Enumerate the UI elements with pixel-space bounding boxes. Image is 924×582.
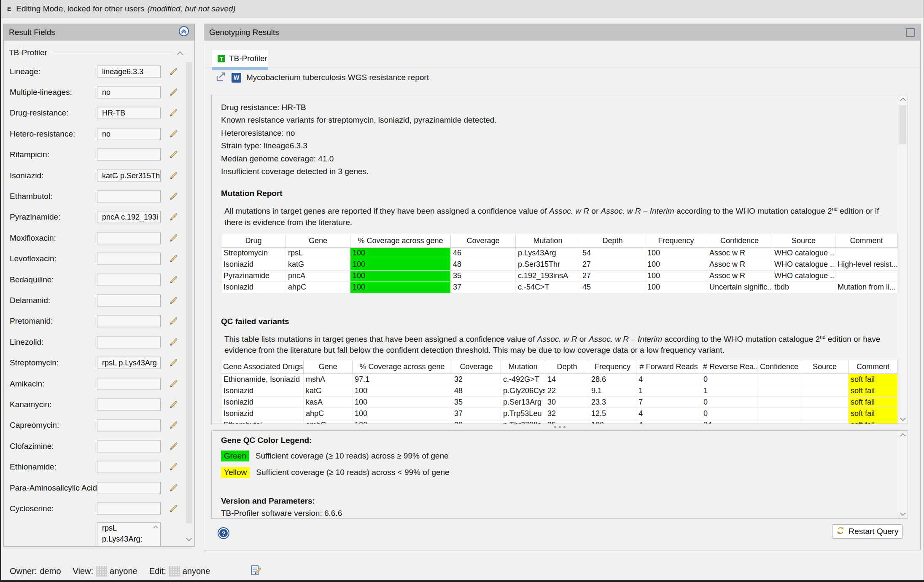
edit-pencil-icon[interactable]	[169, 171, 178, 180]
table-row[interactable]: Ethionamide, IsoniazidmshA97.132c.-492G>…	[221, 374, 898, 385]
column-header[interactable]: Comment	[835, 234, 898, 247]
field-input[interactable]	[97, 336, 161, 348]
field-input[interactable]: lineage6.3.3	[97, 65, 161, 78]
export-icon[interactable]	[216, 72, 226, 84]
edit-pencil-icon[interactable]	[169, 254, 178, 263]
edit-pencil-icon[interactable]	[169, 358, 178, 367]
mutations-textarea[interactable]: rpsLp.Lys43Arg:	[97, 522, 161, 547]
column-header[interactable]: Depth	[580, 234, 645, 247]
column-header[interactable]: Drug	[221, 234, 286, 247]
edit-pencil-icon[interactable]	[169, 150, 178, 159]
edit-pencil-icon[interactable]	[169, 442, 178, 451]
table-row[interactable]: IsoniazidahpC10037c.-54C>T45100Uncertain…	[221, 282, 898, 293]
scrollbar-up-button[interactable]	[898, 432, 908, 438]
edit-pencil-icon[interactable]	[169, 316, 178, 326]
field-input[interactable]	[97, 294, 161, 306]
group-collapse-chevron-icon[interactable]	[177, 48, 183, 57]
scrollbar-up-button[interactable]	[898, 96, 908, 103]
column-header[interactable]: Confidence	[707, 234, 772, 247]
edit-pencil-icon[interactable]	[169, 88, 178, 97]
field-label: Delamanid:	[10, 296, 50, 305]
edit-pencil-icon[interactable]	[169, 421, 178, 430]
scrollbar-down-button[interactable]	[898, 511, 908, 518]
edit-pencil-icon[interactable]	[169, 379, 178, 389]
field-input[interactable]	[97, 232, 161, 244]
tab-tb-profiler[interactable]: T TB-Profiler	[212, 50, 268, 67]
edit-pencil-icon[interactable]	[169, 67, 178, 76]
scrollbar-down-button[interactable]	[185, 536, 193, 543]
field-input[interactable]	[97, 378, 161, 390]
column-header[interactable]: Gene Associated Drugs	[221, 360, 304, 374]
table-row[interactable]: IsoniazidkatG10048p.Ser315Thr27100Assoc …	[221, 259, 898, 270]
edit-pencil-icon[interactable]	[169, 462, 178, 472]
edit-pencil-icon[interactable]	[169, 129, 178, 139]
edit-pencil-icon[interactable]	[169, 233, 178, 243]
scrollbar-down-button[interactable]	[898, 416, 908, 423]
collapse-all-icon[interactable]	[178, 26, 189, 39]
column-header[interactable]: Coverage	[452, 360, 501, 374]
edit-pencil-icon[interactable]	[169, 108, 178, 118]
table-row[interactable]: IsoniazidkasA10035p.Ser13Arg3023.370soft…	[221, 397, 898, 408]
scrollbar-thumb[interactable]	[900, 105, 906, 144]
edit-pencil-icon[interactable]	[169, 338, 178, 347]
table-row[interactable]: IsoniazidahpC10037p.Trp53Leu3212.540soft…	[221, 408, 898, 419]
column-header[interactable]: Mutation	[501, 360, 545, 374]
scrollbar-thumb[interactable]	[186, 62, 192, 523]
table-row[interactable]: IsoniazidkatG10048p.Gly206Cys229.111soft…	[221, 385, 898, 397]
field-input[interactable]: pncA c.192_193i	[97, 211, 161, 223]
edit-pencil-icon[interactable]	[169, 483, 178, 493]
field-input[interactable]: no	[97, 128, 161, 140]
column-header[interactable]: Depth	[545, 360, 589, 374]
intro-text: according to the WHO mutation catalogue …	[674, 207, 832, 216]
field-input[interactable]	[97, 274, 161, 286]
column-header[interactable]: Gene	[286, 234, 350, 247]
field-input[interactable]	[97, 482, 161, 494]
column-header[interactable]: Mutation	[516, 234, 580, 247]
scrollbar-track[interactable]	[898, 95, 908, 424]
maximize-icon[interactable]	[906, 28, 915, 37]
column-header[interactable]: # Forward Reads	[636, 360, 701, 374]
field-input[interactable]: no	[97, 86, 161, 99]
column-header[interactable]: Comment	[849, 360, 898, 374]
field-input[interactable]	[97, 190, 161, 203]
field-input[interactable]	[97, 440, 161, 452]
splitter-handle[interactable]	[211, 425, 908, 429]
column-header[interactable]: Confidence	[757, 360, 801, 374]
field-input[interactable]: rpsL p.Lys43Arg	[97, 357, 161, 369]
restart-query-button[interactable]: Restart Query	[832, 524, 903, 539]
table-row[interactable]: PyrazinamidepncA10035c.192_193insA27100A…	[221, 270, 898, 282]
field-input[interactable]	[97, 149, 161, 161]
edit-pencil-icon[interactable]	[169, 504, 178, 513]
field-input[interactable]	[97, 315, 161, 327]
field-input[interactable]: HR-TB	[97, 107, 161, 119]
column-header[interactable]: # Reverse Rea...	[701, 360, 757, 374]
field-input[interactable]	[97, 253, 161, 265]
field-input[interactable]: katG p.Ser315Th	[97, 169, 161, 182]
edit-pencil-icon[interactable]	[169, 192, 178, 201]
report-title-link[interactable]: Mycobacterium tuberculosis WGS resistanc…	[246, 73, 429, 82]
column-header[interactable]: Frequency	[645, 234, 707, 247]
column-header[interactable]: Source	[801, 360, 849, 374]
table-row[interactable]: EthambutolembC10030p.Thr270Ile25100424so…	[221, 419, 898, 424]
field-input[interactable]	[97, 419, 161, 432]
column-header[interactable]: Gene	[304, 360, 353, 374]
edit-pencil-icon[interactable]	[169, 296, 178, 305]
field-input[interactable]	[97, 461, 161, 473]
edit-pencil-icon[interactable]	[169, 400, 178, 409]
help-icon[interactable]: ?	[218, 528, 229, 538]
edit-pencil-icon[interactable]	[169, 275, 178, 284]
column-header[interactable]: Source	[772, 234, 835, 247]
table-row[interactable]: StreptomycinrpsL10046p.Lys43Arg54100Asso…	[221, 247, 898, 259]
column-header[interactable]: % Coverage across gene	[353, 360, 452, 374]
column-header[interactable]: % Coverage across gene	[350, 234, 451, 247]
column-header[interactable]: Coverage	[451, 234, 516, 247]
word-document-icon[interactable]: W	[232, 73, 241, 83]
column-header[interactable]: Frequency	[589, 360, 636, 374]
edit-permissions-icon[interactable]	[251, 564, 261, 578]
scrollbar-track[interactable]	[898, 431, 908, 518]
field-input[interactable]	[97, 502, 161, 515]
spinner-up-icon[interactable]	[152, 524, 159, 530]
edit-pencil-icon[interactable]	[169, 212, 178, 222]
scrollbar-track[interactable]	[185, 61, 193, 544]
field-input[interactable]	[97, 398, 161, 410]
